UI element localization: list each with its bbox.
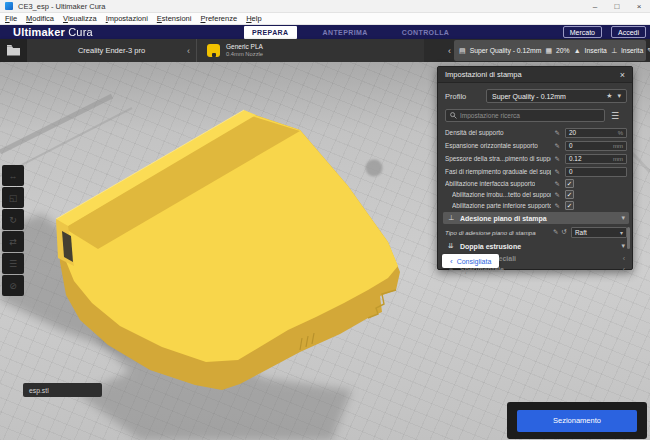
minimize-button[interactable]: – xyxy=(584,0,606,13)
section-dual-extrusion[interactable]: ⇊ Doppia estrusione ▾ xyxy=(443,240,629,252)
pencil-icon[interactable]: ✎ xyxy=(553,228,558,236)
support-summary: Inserita xyxy=(585,47,607,54)
tab-preview[interactable]: ANTEPRIMA xyxy=(315,26,376,39)
app-logo: Ultimaker Cura xyxy=(13,26,93,38)
setting-value: 0 xyxy=(569,168,573,175)
pencil-icon[interactable]: ✎ xyxy=(555,180,560,188)
setting-row-support-roof[interactable]: Abilitazione irrobu...tetto del supporto… xyxy=(445,189,627,200)
setting-label: Tipo di adesione piano di stampa xyxy=(445,229,536,236)
scale-tool-button[interactable]: ◱ xyxy=(2,187,24,208)
chevron-left-icon: ‹ xyxy=(187,46,190,56)
print-settings-panel: Impostazioni di stampa × Profilo Super Q… xyxy=(437,66,633,270)
collapse-settings-chevron[interactable]: ‹ xyxy=(448,46,451,56)
menu-file[interactable]: File xyxy=(5,14,17,23)
tab-prepare[interactable]: PREPARA xyxy=(244,26,297,39)
setting-row-support-layer-thickness[interactable]: Spessore della stra...pimento di support… xyxy=(445,153,627,164)
setting-unit: mm xyxy=(613,143,623,149)
scale-icon: ◱ xyxy=(9,193,18,203)
support-blocker-button[interactable]: ⊘ xyxy=(2,275,24,296)
panel-title: Impostazioni di stampa xyxy=(445,70,522,79)
undo-icon[interactable]: ↺ xyxy=(562,228,567,236)
mirror-icon: ⇄ xyxy=(9,237,17,247)
setting-unit: % xyxy=(618,130,623,136)
setting-row-gradual-support-steps[interactable]: Fasi di riempimento graduale del support… xyxy=(445,166,627,177)
pencil-icon[interactable]: ✎ xyxy=(555,129,560,137)
slice-button[interactable]: Sezionamento xyxy=(517,410,637,432)
profile-dropdown[interactable]: Super Quality - 0.12mm ★ ▾ xyxy=(486,89,627,103)
menu-edit[interactable]: Modifica xyxy=(26,14,54,23)
section-build-plate-adhesion[interactable]: ⊥ Adesione piano di stampa ▾ xyxy=(443,212,629,224)
close-button[interactable]: × xyxy=(628,0,650,13)
setting-value: 0 xyxy=(569,142,573,149)
support-icon: ▲ xyxy=(574,47,581,54)
setting-row-horizontal-expansion[interactable]: Espansione orizzontale supporto ✎ 0mm xyxy=(445,140,627,151)
checkbox-checked[interactable]: ✓ xyxy=(565,201,574,210)
menu-view[interactable]: Visualizza xyxy=(63,14,97,23)
chevron-left-icon: ‹ xyxy=(450,257,453,266)
chevron-down-icon: ▾ xyxy=(620,229,623,236)
configuration-toolbar: Creality Ender-3 pro ‹ Generic PLA 0.4mm… xyxy=(0,39,650,62)
pencil-icon[interactable]: ✎ xyxy=(555,155,560,163)
per-model-settings-icon: ☰ xyxy=(9,259,17,269)
print-settings-summary[interactable]: ▤ Super Quality - 0.12mm ▦ 20% ▲ Inserit… xyxy=(454,40,646,61)
tab-monitor[interactable]: CONTROLLA xyxy=(394,26,458,39)
per-model-settings-button[interactable]: ☰ xyxy=(2,253,24,274)
infill-icon: ▦ xyxy=(545,47,552,55)
object-list[interactable]: esp.stl xyxy=(23,383,102,397)
pencil-icon[interactable]: ✎ xyxy=(555,168,560,176)
adhesion-type-dropdown[interactable]: Raft ▾ xyxy=(571,227,627,238)
recommended-mode-button[interactable]: ‹ Consigliata xyxy=(442,254,499,268)
menu-settings[interactable]: Impostazioni xyxy=(106,14,148,23)
dual-extrusion-icon: ⇊ xyxy=(447,242,455,250)
profile-row: Profilo Super Quality - 0.12mm ★ ▾ xyxy=(445,89,627,103)
setting-label: Abilitazione irrobu...tetto del supporto xyxy=(452,191,551,198)
marketplace-button[interactable]: Mercato xyxy=(563,26,602,38)
material-selector[interactable]: Generic PLA 0.4mm Nozzle xyxy=(196,39,424,62)
folder-icon xyxy=(7,45,20,56)
setting-row-support-interface[interactable]: Abilitazione interfaccia supporto ✎ ✓ xyxy=(445,178,627,189)
panel-header[interactable]: Impostazioni di stampa × xyxy=(438,67,632,83)
setting-value-field[interactable]: 0mm xyxy=(565,141,627,151)
menu-help[interactable]: Help xyxy=(246,14,261,23)
checkbox-checked[interactable]: ✓ xyxy=(565,190,574,199)
logo-bold: Ultimaker xyxy=(13,26,65,38)
search-box[interactable] xyxy=(445,109,605,122)
search-row: ☰ xyxy=(445,109,627,122)
setting-label: Spessore della stra...pimento di support… xyxy=(445,155,551,162)
setting-row-adhesion-type[interactable]: Tipo di adesione piano di stampa ✎ ↺ Raf… xyxy=(445,226,627,238)
pencil-icon[interactable]: ✎ xyxy=(555,191,560,199)
signin-button[interactable]: Accedi xyxy=(611,26,646,38)
pencil-icon[interactable]: ✎ xyxy=(555,142,560,150)
printer-selector[interactable]: Creality Ender-3 pro ‹ xyxy=(26,39,196,62)
menu-preferences[interactable]: Preferenze xyxy=(200,14,237,23)
checkbox-checked[interactable]: ✓ xyxy=(565,179,574,188)
recommended-label: Consigliata xyxy=(457,258,492,265)
setting-value-field[interactable]: 0.12mm xyxy=(565,154,627,164)
setting-value-field[interactable]: 0 xyxy=(565,167,627,177)
quality-icon: ▤ xyxy=(459,47,466,55)
chevron-icon: ‹ xyxy=(623,266,625,273)
maximize-button[interactable]: □ xyxy=(606,0,628,13)
move-tool-button[interactable]: ↔ xyxy=(2,165,24,186)
adhesion-type-value: Raft xyxy=(575,229,587,236)
support-blocker-icon: ⊘ xyxy=(9,281,17,291)
search-input[interactable] xyxy=(460,112,600,119)
setting-row-support-density[interactable]: Densità del supporto ✎ 20% xyxy=(445,127,627,138)
object-list-item: esp.stl xyxy=(29,387,49,394)
pencil-icon[interactable]: ✎ xyxy=(555,202,560,210)
open-file-button[interactable] xyxy=(0,39,26,62)
panel-scrollbar[interactable] xyxy=(627,227,630,249)
chevron-down-icon: ▾ xyxy=(621,214,625,222)
settings-filter-icon[interactable]: ☰ xyxy=(611,111,619,121)
star-icon[interactable]: ★ xyxy=(606,92,612,100)
section-title: Doppia estrusione xyxy=(460,243,521,250)
rotate-tool-button[interactable]: ↻ xyxy=(2,209,24,230)
material-spool-icon xyxy=(207,44,220,57)
chevron-down-icon: ▾ xyxy=(617,92,621,100)
panel-close-icon[interactable]: × xyxy=(620,70,625,80)
menu-extensions[interactable]: Estensioni xyxy=(157,14,192,23)
mirror-tool-button[interactable]: ⇄ xyxy=(2,231,24,252)
chevron-icon: ‹ xyxy=(623,255,625,262)
setting-row-support-floor[interactable]: Abilitazione parte inferiore supporto ✎ … xyxy=(445,200,627,211)
setting-value-field[interactable]: 20% xyxy=(565,128,627,138)
